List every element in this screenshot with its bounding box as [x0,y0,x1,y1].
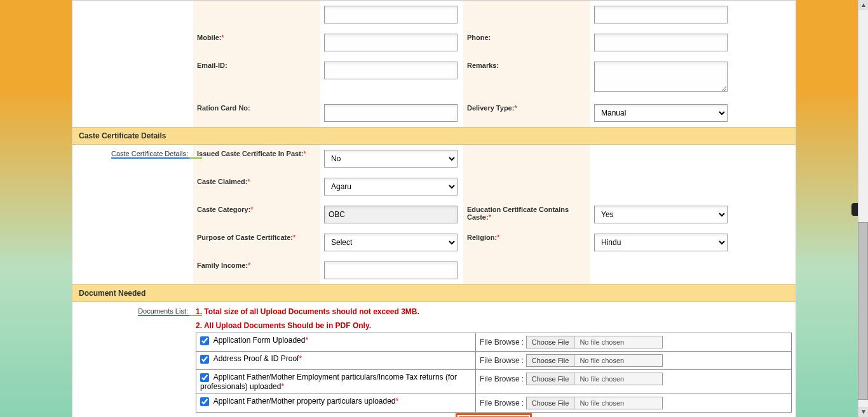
email-label: Email-ID: [193,56,320,99]
family-income-input[interactable] [324,261,458,279]
doc-section-header: Document Needed [72,284,796,302]
scroll-up-arrow-icon[interactable]: ▲ [858,0,868,10]
delivery-select[interactable]: Manual [594,104,728,122]
family-income-label: Family Income:* [193,256,320,284]
ration-input[interactable] [324,104,458,122]
table-row: Address Proof & ID Proof* File Browse : … [196,352,792,370]
table-row: Application Form Uploaded* File Browse :… [196,333,792,352]
doc-checkbox-1[interactable] [200,336,209,345]
table-row: Applicant Father/Mother Employment parti… [196,370,792,394]
purpose-select[interactable]: Select [324,234,458,251]
caste-category-input [324,206,458,223]
file-status: No file chosen [574,355,662,366]
scroll-down-arrow-icon[interactable]: ▼ [858,407,868,417]
purpose-label: Purpose of Caste Certificate:* [193,228,320,256]
documents-table: Application Form Uploaded* File Browse :… [196,333,792,413]
file-input-4[interactable]: Choose FileNo file chosen [526,397,663,409]
scrollbar-track[interactable]: ▲ ▼ [858,0,868,417]
email-input[interactable] [324,62,458,79]
phone-input[interactable] [594,34,728,51]
file-browse-label: File Browse : [480,338,524,347]
religion-label: Religion:* [463,228,590,256]
choose-file-btn[interactable]: Choose File [527,355,575,366]
doc-checkbox-2[interactable] [200,355,209,364]
side-tab-icon[interactable] [851,203,858,216]
issued-select[interactable]: No [324,150,458,168]
caste-claimed-select[interactable]: Agaru [324,178,458,195]
caste-category-label: Caste Category:* [193,201,320,228]
remarks-label: Remarks: [463,56,590,99]
doc-checkbox-3[interactable] [200,373,209,382]
unknown-input-1[interactable] [324,6,458,23]
file-browse-label: File Browse : [480,356,524,365]
caste-side-label: Caste Certificate Details: [111,150,189,159]
doc-label-1: Application Form Uploaded [214,336,306,345]
choose-file-btn[interactable]: Choose File [527,373,575,385]
doc-checkbox-4[interactable] [200,397,209,406]
file-browse-label: File Browse : [480,374,524,383]
mobile-input[interactable] [324,34,458,51]
mobile-label: Mobile:* [193,29,320,56]
phone-label: Phone: [463,29,590,56]
file-browse-label: File Browse : [480,399,524,407]
doc-label-2: Address Proof & ID Proof [214,354,299,363]
doc-side-label: Documents List: [138,307,189,316]
file-status: No file chosen [574,373,662,385]
caste-claimed-label: Caste Claimed:* [193,173,320,201]
file-input-1[interactable]: Choose FileNo file chosen [526,336,663,348]
doc-note-1: 1. Total size of all Upload Documents sh… [196,305,792,319]
religion-select[interactable]: Hindu [594,234,728,251]
scrollbar-thumb[interactable] [858,222,868,400]
file-input-2[interactable]: Choose FileNo file chosen [526,354,663,367]
remarks-input[interactable] [594,62,728,92]
choose-file-btn[interactable]: Choose File [527,336,575,348]
edu-select[interactable]: Yes [594,206,728,223]
doc-label-3: Applicant Father/Mother Employment parti… [200,373,457,391]
doc-label-4: Applicant Father/Mother property particu… [214,397,396,406]
ration-label: Ration Card No: [193,99,320,127]
file-status: No file chosen [574,397,662,409]
file-status: No file chosen [574,336,662,348]
choose-file-btn[interactable]: Choose File [527,397,575,409]
unknown-input-2[interactable] [594,6,728,23]
doc-note-2: 2. All Upload Documents Should be in PDF… [196,319,792,333]
edu-label: Education Certificate Contains Caste:* [463,201,590,228]
table-row: Applicant Father/Mother property particu… [196,394,792,412]
issued-label: Issued Caste Certificate In Past:* [193,145,320,173]
file-input-3[interactable]: Choose FileNo file chosen [526,373,663,385]
delivery-label: Delivery Type:* [463,99,590,127]
caste-section-header: Caste Certificate Details [72,127,796,145]
